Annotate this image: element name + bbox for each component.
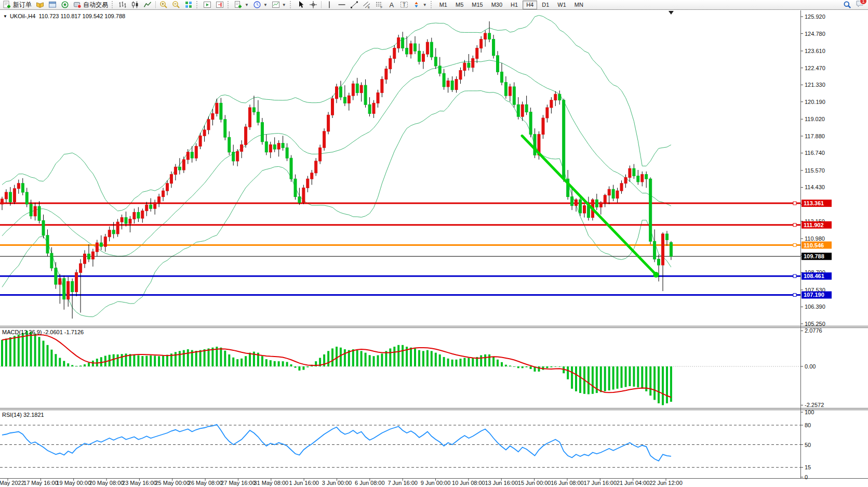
timeframe-m30-button[interactable]: M30 [488,1,506,9]
macd-bar [336,347,338,366]
time-tick-label: 1 Jun 16:00 [289,480,319,486]
crosshair-tool-button[interactable] [307,0,319,10]
candle-body [385,69,388,80]
trend-line[interactable] [522,136,656,274]
macd-axis-label: 0.00 [805,363,816,370]
timeframe-m15-button[interactable]: M15 [468,1,486,9]
macd-bar [302,366,304,370]
trendline-tool-button[interactable] [348,0,360,10]
level-price-tag-text: 113.361 [804,200,824,206]
macd-indicator-label: MACD(12,26,9) -2.0601 -1.7126 [2,329,84,335]
fibonacci-icon: F [375,1,383,9]
macd-bar [145,356,148,367]
zoom-out-button[interactable] [170,0,182,10]
clock-icon [253,1,261,9]
timeframe-m5-button[interactable]: M5 [452,1,467,9]
new-order-button[interactable]: 新订单 [1,0,34,10]
candle-body [207,120,210,130]
line-chart-mode-button[interactable] [141,0,154,10]
horizontal-line-tool-button[interactable] [336,0,348,10]
macd-bar [629,366,631,386]
candle-body [162,191,165,196]
navigator-button[interactable] [59,0,71,10]
macd-bar [344,349,346,366]
arrows-tool-button[interactable]: ▼ [410,0,429,10]
timeframe-h1-button[interactable]: H1 [507,1,522,9]
vertical-line-tool-button[interactable] [323,0,336,10]
equidistant-channel-icon: E [363,1,371,9]
macd-bar [439,354,441,366]
macd-bar [1,340,3,366]
periods-button[interactable]: ▼ [251,0,270,10]
timeframe-mn-button[interactable]: MN [571,1,587,9]
level-price-tag-text: 111.902 [804,222,824,228]
collapse-triangle-icon[interactable]: ▼ [3,14,7,19]
macd-bar [369,355,371,366]
auto-trading-button[interactable]: 自动交易 [71,0,110,10]
macd-bar [625,366,627,387]
channel-tool-button[interactable]: E [360,0,373,10]
candlestick-mode-button[interactable] [129,0,141,10]
macd-bar [397,345,399,366]
chevron-down-icon: ▼ [245,3,249,7]
timeframe-d1-button[interactable]: D1 [538,1,553,9]
svg-text:A: A [389,1,394,9]
candle-body [352,84,354,96]
macd-bar [600,366,602,392]
macd-bar [653,366,656,400]
time-tick-label: 15 Jun 00:00 [518,480,551,486]
timeframe-m1-button[interactable]: M1 [436,1,451,9]
candle-body [186,152,189,160]
templates-button[interactable]: ▼ [270,0,288,10]
tile-windows-button[interactable] [182,0,195,10]
time-tick-label: 26 May 08:00 [188,480,223,486]
auto-scroll-button[interactable] [201,0,213,10]
macd-bar [567,366,569,379]
candle-body [501,72,503,82]
label-tool-button[interactable]: T [398,0,410,10]
notifications-button[interactable]: 1 [856,0,864,10]
macd-bar [385,351,387,366]
level-line-handle[interactable] [793,223,796,227]
candle-body [59,279,61,284]
level-line-handle[interactable] [793,293,796,296]
macd-bar [501,362,503,366]
candle-body [224,120,226,137]
candle-body [372,103,375,113]
trendline-icon [350,1,358,9]
macd-bar [612,366,615,390]
text-label-icon: T [400,1,408,9]
chevron-down-icon: ▼ [263,3,268,7]
bar-chart-mode-button[interactable] [116,0,129,10]
fibonacci-tool-button[interactable]: F [373,0,385,10]
macd-bar [571,366,573,389]
text-tool-button[interactable]: A [385,0,398,10]
rsi-axis-label: 50 [805,442,811,448]
data-window-button[interactable] [46,0,59,10]
search-icon[interactable] [843,1,851,9]
level-line-handle[interactable] [793,244,796,247]
market-watch-button[interactable] [34,0,46,10]
level-line-handle[interactable] [793,274,796,278]
macd-bar [9,337,11,366]
indicators-button[interactable]: ▼ [232,0,251,10]
candle-body [252,108,255,112]
chart-shift-button[interactable] [213,0,226,10]
cursor-tool-button[interactable] [295,0,307,10]
timeframe-w1-button[interactable]: W1 [554,1,570,9]
timeframe-h4-button[interactable]: H4 [523,1,537,9]
toolbar-grip [196,1,199,8]
candle-body [302,188,305,203]
time-tick-label: 16 May 2022 [0,480,24,486]
level-line-handle[interactable] [793,202,796,205]
macd-bar [241,359,243,366]
macd-bar [154,356,156,367]
macd-axis-label: -2.2572 [805,402,824,408]
trendline-anchor-dot[interactable] [653,272,659,278]
candle-body [484,33,487,39]
candle-body [492,40,495,56]
candle-body [25,192,28,204]
zoom-in-button[interactable] [157,0,170,10]
candle-body [356,84,358,93]
time-tick-label: 3 Jun 00:00 [322,480,352,486]
